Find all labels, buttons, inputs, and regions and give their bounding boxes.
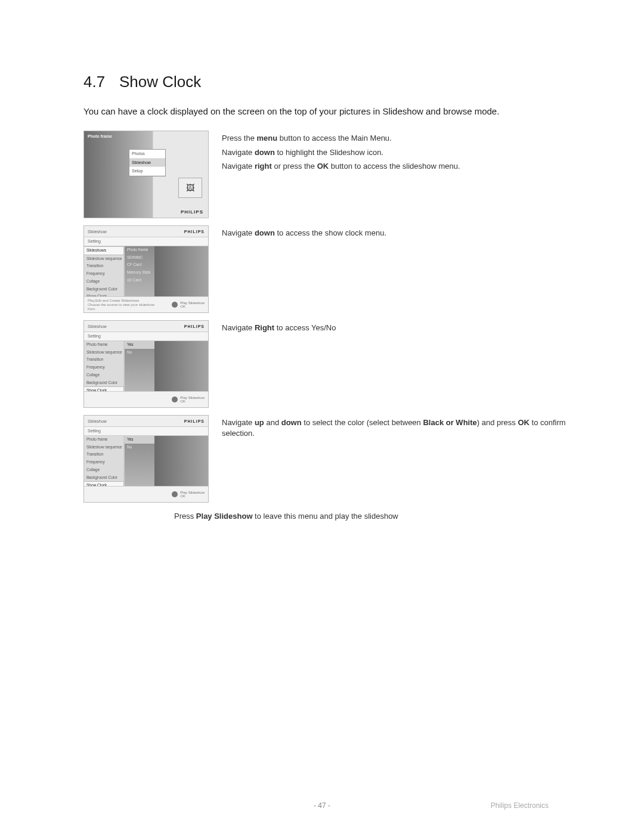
ok-icon — [172, 302, 178, 308]
left-list: Photo frame Slideshow sequence Transitio… — [84, 341, 125, 392]
list-item: No — [125, 444, 154, 451]
step-block-3: SlideshowPHILIPS Setting Photo frame Sli… — [83, 320, 584, 408]
thumb-header: Photo frame — [88, 134, 112, 139]
list-item: Slideshows — [83, 246, 124, 255]
footer-brand: Philips Electronics — [491, 801, 549, 810]
menu-item-slideshow: Slideshow — [129, 159, 165, 167]
section-number: 4.7 — [83, 72, 119, 92]
thumbnail-color: SlideshowPHILIPS Setting Photo frame Sli… — [83, 415, 209, 503]
menu-item-setup: Setup — [129, 167, 165, 175]
thumbnail-main-menu: Photo frame Photos Slideshow Setup 🖼 PHI… — [83, 131, 209, 218]
list-item: Background Color — [84, 286, 123, 293]
list-item: No — [125, 349, 154, 357]
thumbnail-yesno: SlideshowPHILIPS Setting Photo frame Sli… — [83, 320, 209, 408]
menu-item-photos: Photos — [129, 150, 165, 158]
list-item: CF Card — [125, 261, 154, 269]
list-item: Frequency — [84, 270, 123, 278]
preview-icon: 🖼 — [178, 178, 202, 198]
list-item: Transition — [84, 356, 123, 364]
list-item: Frequency — [84, 364, 123, 371]
list-item: Collage — [84, 371, 123, 379]
step-text-1: Press the menu button to access the Main… — [222, 131, 584, 175]
manual-page: 4.7Show Clock You can have a clock displ… — [0, 0, 644, 833]
list-item: Photo frame — [84, 436, 123, 444]
page-footer: - 47 - Philips Electronics — [0, 801, 644, 810]
list-item: Collage — [84, 466, 123, 474]
list-item: Yes — [125, 341, 154, 349]
step-block-1: Photo frame Photos Slideshow Setup 🖼 PHI… — [83, 131, 584, 218]
thumbnail-slideshows: SlideshowPHILIPS Setting Slideshows Slid… — [83, 225, 209, 313]
list-item: Frequency — [84, 459, 123, 466]
list-item: Photo frame — [125, 246, 154, 254]
mid-list: Yes No — [125, 436, 154, 487]
ok-icon — [172, 491, 178, 497]
list-item: Photo frame — [84, 341, 123, 349]
list-item: Memory Stick — [125, 269, 154, 277]
main-menu-panel: Photos Slideshow Setup — [129, 149, 166, 176]
list-item: Transition — [84, 262, 123, 270]
step-block-4: SlideshowPHILIPS Setting Photo frame Sli… — [83, 415, 584, 503]
list-item: Slideshow sequence — [84, 349, 123, 357]
left-list: Photo frame Slideshow sequence Transitio… — [84, 436, 125, 487]
step-text-3: Navigate Right to access Yes/No — [222, 320, 584, 337]
left-list: Slideshows Slideshow sequence Transition… — [84, 246, 125, 297]
step-text-4: Navigate up and down to select the color… — [222, 415, 584, 442]
list-item: Collage — [84, 278, 123, 286]
intro-paragraph: You can have a clock displayed on the sc… — [83, 106, 537, 117]
list-item: Background Color — [84, 474, 123, 482]
philips-logo: PHILIPS — [181, 209, 203, 216]
section-heading: 4.7Show Clock — [83, 72, 584, 92]
list-item: Background Color — [84, 379, 123, 387]
list-item: SD/MMC — [125, 254, 154, 262]
list-item: Yes — [125, 436, 154, 444]
list-item: Slideshow sequence — [84, 444, 123, 451]
ok-icon — [172, 397, 178, 402]
mid-list: Yes No — [125, 341, 154, 392]
picture-icon: 🖼 — [186, 182, 194, 194]
list-item: xD Card — [125, 277, 154, 284]
section-title: Show Clock — [119, 73, 201, 91]
step-block-2: SlideshowPHILIPS Setting Slideshows Slid… — [83, 225, 584, 313]
list-item: Transition — [84, 451, 123, 459]
list-item: Slideshow sequence — [84, 255, 123, 263]
step-text-2: Navigate down to access the show clock m… — [222, 225, 584, 242]
press-play-note: Press Play Slideshow to leave this menu … — [174, 511, 584, 522]
mid-list: Photo frame SD/MMC CF Card Memory Stick … — [125, 246, 154, 297]
